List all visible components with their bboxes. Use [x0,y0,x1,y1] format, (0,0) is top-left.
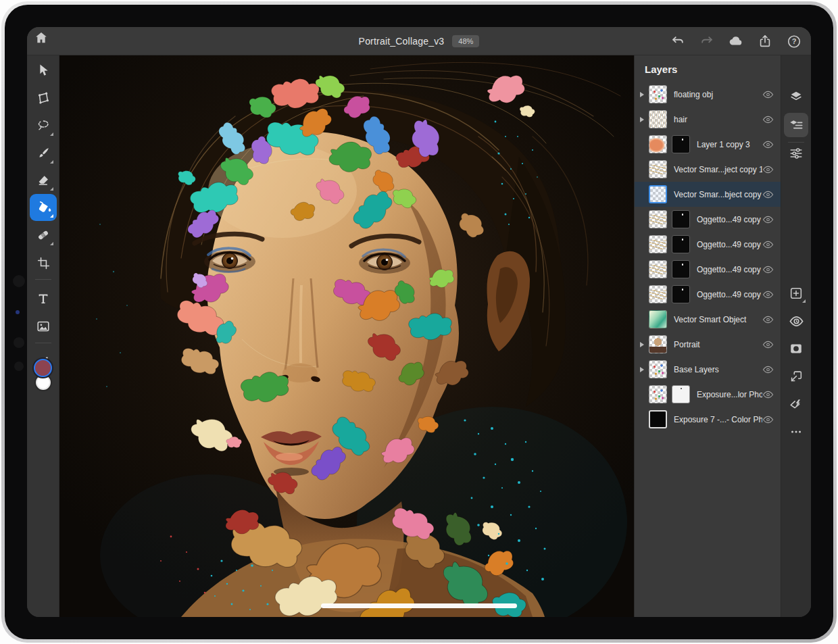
visibility-eye-icon[interactable] [762,216,774,224]
layer-name: Base Layers [674,365,762,374]
layer-thumbnail[interactable] [649,235,667,253]
zoom-badge[interactable]: 48% [452,35,479,47]
layer-name: floating obj [674,90,762,99]
visibility-eye-icon[interactable] [762,266,774,274]
layer-thumbnail[interactable] [649,335,667,353]
layer-row-oggetto-19[interactable]: Oggetto...49 copy 19 [635,282,781,307]
home-indicator[interactable] [321,603,517,608]
layer-mask-thumbnail[interactable] [672,210,690,228]
visibility-eye-icon[interactable] [762,291,774,299]
visibility-eye-icon[interactable] [762,116,774,124]
transform-icon [36,91,51,105]
more-options-button[interactable] [784,420,808,444]
layer-row-portrait[interactable]: Portrait [635,332,781,357]
place-image-tool[interactable] [30,313,57,340]
document-title: Portrait_Collage_v3 [359,36,445,47]
layer-thumbnail[interactable] [649,135,667,153]
layer-row-oggetto-20[interactable]: Oggetto...49 copy 20 [635,232,781,257]
layer-name: Oggetto...49 copy 20 [697,240,762,249]
add-layer-button[interactable] [784,281,808,305]
layer-name: Exposure...lor Photo [697,390,762,399]
layer-thumbnail[interactable] [649,85,667,103]
layer-row-vso-193[interactable]: Vector Smar...ject copy 193 [635,157,781,182]
move-tool[interactable] [30,57,57,84]
layer-thumbnail[interactable] [649,285,667,303]
layer-row-layer1-copy3[interactable]: Layer 1 copy 3 [635,132,781,157]
layers-view-button[interactable] [784,84,808,109]
visibility-eye-icon[interactable] [762,191,774,199]
fill-tool-selected[interactable] [30,194,57,221]
flatten-button[interactable] [784,392,808,416]
brush-tool[interactable] [30,140,57,167]
layer-thumbnail[interactable] [649,360,667,378]
healing-tool[interactable] [30,222,57,249]
screenshot: Portrait_Collage_v3 48% ? [0,0,838,644]
visibility-eye-icon[interactable] [762,391,774,399]
layer-thumbnail[interactable] [649,260,667,278]
layer-visibility-button[interactable] [784,309,808,333]
crop-tool[interactable] [30,249,57,276]
adjustments-button[interactable] [784,141,808,166]
layer-thumbnail[interactable] [649,160,667,178]
transform-tool[interactable] [30,84,57,112]
layer-thumbnail[interactable] [649,110,667,128]
eraser-tool[interactable] [30,167,57,194]
visibility-eye-icon[interactable] [762,166,774,174]
help-button[interactable]: ? [787,34,802,49]
layer-name: Portrait [674,340,762,349]
canvas-viewport[interactable] [59,55,634,617]
type-tool[interactable] [30,285,57,312]
layer-row-oggetto-17[interactable]: Oggetto...49 copy 17 [635,207,781,232]
visibility-eye-icon[interactable] [762,241,774,249]
toolbar-divider [35,279,51,280]
layer-mask-thumbnail[interactable] [672,235,690,253]
visibility-eye-icon[interactable] [762,341,774,349]
layer-properties-button[interactable] [784,113,808,137]
layer-thumbnail[interactable] [649,410,667,428]
layer-row-hair[interactable]: hair [635,107,781,132]
undo-button[interactable] [670,34,685,49]
color-wells[interactable] [27,357,59,398]
layer-mask-thumbnail[interactable] [672,135,690,153]
redo-button[interactable] [699,34,714,49]
layer-row-base-layers[interactable]: Base Layers [635,357,781,382]
layer-row-oggetto-16[interactable]: Oggetto...49 copy 16 [635,257,781,282]
layer-mask-thumbnail[interactable] [672,285,690,303]
lasso-tool[interactable] [30,112,57,139]
layer-thumbnail[interactable] [649,210,667,228]
visibility-eye-icon[interactable] [762,366,774,374]
undo-icon [670,34,685,49]
layer-row-floating-obj[interactable]: floating obj [635,82,781,107]
layer-row-exposure7[interactable]: Exposure 7 -...- Color Photo [635,407,781,432]
layer-thumbnail[interactable] [649,385,667,403]
layer-thumbnail-selected[interactable] [649,185,667,203]
foreground-color-well[interactable] [34,359,52,377]
svg-text:?: ? [792,37,797,45]
share-button[interactable] [758,34,772,49]
healing-bandaid-icon [36,228,51,243]
visibility-eye-icon[interactable] [762,316,774,324]
layer-mask-thumbnail[interactable] [672,385,690,403]
disclosure-caret-icon[interactable] [640,92,644,97]
bezel-sensor [14,337,24,348]
disclosure-caret-icon[interactable] [640,367,644,372]
background-color-well[interactable] [36,375,51,390]
layer-thumbnail[interactable] [649,310,667,328]
add-mask-button[interactable] [784,337,808,361]
tool-flyout-indicator [50,214,53,218]
layer-name: hair [674,115,762,124]
visibility-eye-icon[interactable] [762,91,774,99]
disclosure-caret-icon[interactable] [640,342,644,347]
layer-row-exposure-color[interactable]: Exposure...lor Photo [635,382,781,407]
layers-panel: Layers floating obj hair Layer 1 copy 3 [634,55,781,617]
layer-mask-thumbnail[interactable] [672,260,690,278]
visibility-eye-icon[interactable] [762,416,774,424]
cloud-sync-button[interactable] [729,34,743,49]
layer-row-vso-191-selected[interactable]: Vector Smar...bject copy 191 [635,182,781,207]
disclosure-caret-icon[interactable] [640,117,644,122]
clipping-mask-button[interactable] [784,364,808,389]
layer-row-vector-smart-object[interactable]: Vector Smart Object [635,307,781,332]
visibility-eye-icon[interactable] [762,141,774,149]
adjustments-sliders-icon [789,146,804,161]
image-icon [36,319,51,334]
